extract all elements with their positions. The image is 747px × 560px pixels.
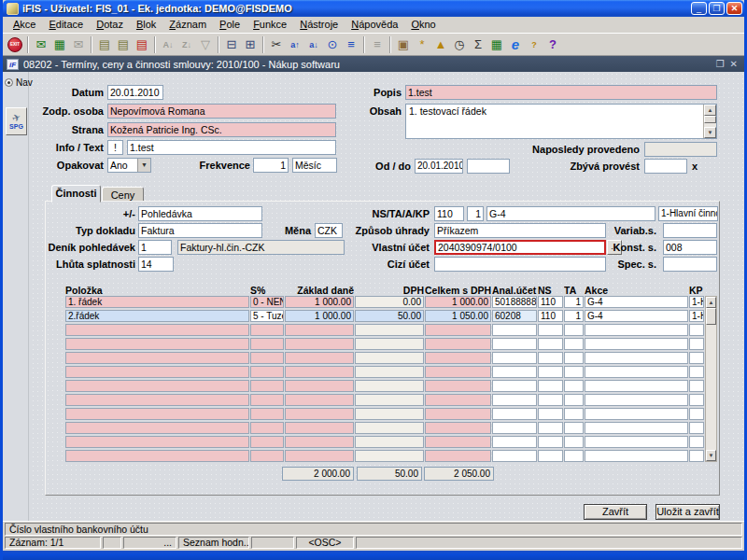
exit-button[interactable]: EXIT xyxy=(6,35,24,54)
opakovat-select[interactable]: Ano ▼ xyxy=(107,158,151,173)
cell-celkem[interactable] xyxy=(425,338,491,350)
mail-icon[interactable]: ✉ xyxy=(69,35,88,54)
list-values-icon[interactable]: ≡ xyxy=(342,35,360,54)
cell-ta[interactable] xyxy=(564,366,584,378)
cell-anal[interactable] xyxy=(492,422,537,434)
cell-akce[interactable] xyxy=(585,352,688,364)
cut-icon[interactable]: ✂ xyxy=(267,35,286,54)
cell-s[interactable] xyxy=(250,422,284,434)
cell-anal[interactable] xyxy=(492,408,537,420)
cell-ta[interactable] xyxy=(564,324,584,336)
info-text-field[interactable]: 1.test xyxy=(127,140,336,155)
cell-akce[interactable] xyxy=(585,450,688,462)
menu-nastroje[interactable]: Nástroje xyxy=(293,18,345,32)
cell-ta[interactable] xyxy=(564,408,584,420)
sort-desc-icon[interactable]: Z↓ xyxy=(177,35,196,54)
cell-polozka[interactable] xyxy=(65,450,249,462)
minimize-button[interactable]: _ xyxy=(691,2,707,15)
menu-blok[interactable]: Blok xyxy=(130,18,162,32)
cell-ta[interactable]: 1 xyxy=(564,296,584,308)
spec-field[interactable] xyxy=(663,257,717,272)
cell-polozka[interactable] xyxy=(65,324,249,336)
table-scrollbar[interactable]: ▲ ▼ xyxy=(705,296,717,462)
cell-akce[interactable] xyxy=(585,324,688,336)
scroll-thumb[interactable] xyxy=(704,116,716,123)
cell-ns[interactable] xyxy=(538,352,563,364)
cell-zaklad[interactable]: 1 000.00 xyxy=(285,296,354,308)
filter-icon[interactable]: ▽ xyxy=(196,35,215,54)
cell-polozka[interactable] xyxy=(65,408,249,420)
mountain-icon[interactable]: ▲ xyxy=(431,35,450,54)
cell-celkem[interactable]: 1 000.00 xyxy=(425,296,491,308)
cell-s[interactable]: 5 - Tuze xyxy=(250,310,284,322)
cell-anal[interactable] xyxy=(492,394,537,406)
cell-ta[interactable] xyxy=(564,422,584,434)
cell-dph[interactable]: 0.00 xyxy=(355,296,424,308)
cell-akce[interactable] xyxy=(585,408,688,420)
cell-anal[interactable] xyxy=(492,436,537,448)
help-context-icon[interactable]: ? xyxy=(525,35,543,54)
cell-s[interactable] xyxy=(250,436,284,448)
typ-dokladu-field[interactable]: Faktura xyxy=(138,223,262,238)
cell-polozka[interactable]: 1. řádek xyxy=(65,296,249,308)
detail-list-icon[interactable]: ≡ xyxy=(368,35,387,54)
cell-celkem[interactable]: 1 050.00 xyxy=(425,310,491,322)
cell-kp[interactable] xyxy=(689,324,704,336)
cell-ns[interactable] xyxy=(538,324,563,336)
ulozit-a-zavrit-button[interactable]: Uložit a zavřít xyxy=(655,504,720,520)
variab-field[interactable] xyxy=(663,223,717,238)
cell-kp[interactable] xyxy=(689,380,704,392)
menu-pole[interactable]: Pole xyxy=(213,18,247,32)
new-record-icon[interactable]: ✉ xyxy=(32,35,50,54)
cell-kp[interactable] xyxy=(689,450,704,462)
cell-celkem[interactable] xyxy=(425,394,491,406)
tab-cinnosti[interactable]: Činnosti xyxy=(51,185,101,203)
cell-s[interactable] xyxy=(250,394,284,406)
kp-field[interactable]: 1-Hlavní činnost xyxy=(658,206,718,221)
mdi-close-button[interactable]: ✕ xyxy=(727,59,740,69)
cell-kp[interactable] xyxy=(689,408,704,420)
menu-editace[interactable]: Editace xyxy=(42,18,90,32)
cell-dph[interactable] xyxy=(355,394,424,406)
menu-okno[interactable]: Okno xyxy=(404,18,442,32)
paste-icon[interactable]: a↓ xyxy=(304,35,323,54)
cell-ta[interactable] xyxy=(564,436,584,448)
cell-ta[interactable] xyxy=(564,338,584,350)
cell-dph[interactable] xyxy=(355,436,424,448)
cell-zaklad[interactable] xyxy=(285,380,354,392)
wheel-icon[interactable]: * xyxy=(413,35,431,54)
cell-celkem[interactable] xyxy=(425,324,491,336)
zavrit-button[interactable]: Zavřít xyxy=(584,504,647,520)
plusminus-field[interactable]: Pohledávka xyxy=(138,206,262,221)
cell-zaklad[interactable] xyxy=(285,436,354,448)
cell-ns[interactable] xyxy=(538,366,563,378)
close-button[interactable]: ✕ xyxy=(726,2,742,15)
cell-ns[interactable] xyxy=(538,380,563,392)
cell-zaklad[interactable] xyxy=(285,422,354,434)
save-icon[interactable]: ▦ xyxy=(50,35,69,54)
cell-zaklad[interactable]: 1 000.00 xyxy=(285,310,354,322)
cell-ta[interactable]: 1 xyxy=(564,310,584,322)
cell-polozka[interactable] xyxy=(65,366,249,378)
cell-celkem[interactable] xyxy=(425,352,491,364)
cell-kp[interactable]: 1-H xyxy=(689,310,704,322)
cell-polozka[interactable] xyxy=(65,338,249,350)
cell-kp[interactable] xyxy=(689,436,704,448)
query-enter-icon[interactable]: ▤ xyxy=(95,35,114,54)
cell-polozka[interactable] xyxy=(65,352,249,364)
cell-anal[interactable] xyxy=(492,324,537,336)
cell-kp[interactable] xyxy=(689,352,704,364)
popis-field[interactable]: 1.test xyxy=(405,85,717,100)
cell-polozka[interactable] xyxy=(65,422,249,434)
cell-dph[interactable] xyxy=(355,366,424,378)
cell-zaklad[interactable] xyxy=(285,324,354,336)
cell-akce[interactable] xyxy=(585,380,688,392)
cell-ta[interactable] xyxy=(564,394,584,406)
cell-ns[interactable] xyxy=(538,338,563,350)
cell-anal[interactable]: 501888888 xyxy=(492,296,537,308)
obsah-field[interactable]: 1. testovací řádek ▲ ▼ xyxy=(405,104,717,139)
ns-field[interactable]: 110 xyxy=(434,206,464,221)
cell-ns[interactable]: 110 xyxy=(538,296,563,308)
cell-dph[interactable] xyxy=(355,352,424,364)
clock-icon[interactable]: ◷ xyxy=(450,35,469,54)
